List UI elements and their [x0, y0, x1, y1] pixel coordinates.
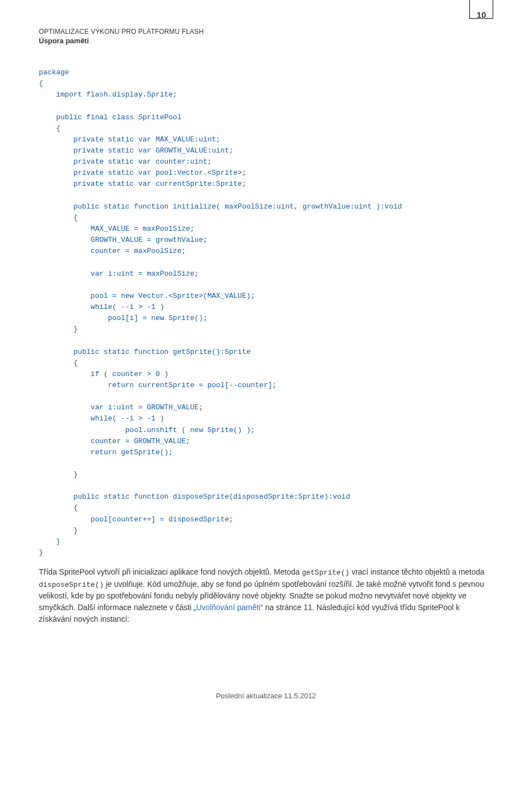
- document-page: OPTIMALIZACE VÝKONU PRO PLATFORMU FLASH …: [0, 0, 532, 717]
- page-number-box: 10: [469, 0, 493, 19]
- page-number: 10: [477, 10, 486, 19]
- last-updated: Poslední aktualizace 11.5.2012: [216, 692, 316, 700]
- body-text-1b: vrací instance těchto objektů a metoda: [350, 567, 485, 576]
- page-header: OPTIMALIZACE VÝKONU PRO PLATFORMU FLASH …: [39, 28, 493, 45]
- doc-title: OPTIMALIZACE VÝKONU PRO PLATFORMU FLASH: [39, 28, 469, 35]
- body-text-1a: Třída SpritePool vytvoří při inicializac…: [39, 567, 302, 576]
- cross-ref-link[interactable]: Uvolňování paměti: [196, 603, 260, 612]
- body-paragraph: Třída SpritePool vytvoří při inicializac…: [39, 566, 493, 625]
- inline-code-disposesprite: disposeSprite(): [39, 581, 104, 589]
- doc-section: Úspora paměti: [39, 37, 469, 45]
- page-footer: Poslední aktualizace 11.5.2012: [39, 692, 493, 700]
- inline-code-getsprite: getSprite(): [302, 569, 350, 577]
- code-block: package { import flash.display.Sprite; p…: [39, 67, 493, 559]
- header-left: OPTIMALIZACE VÝKONU PRO PLATFORMU FLASH …: [39, 28, 469, 45]
